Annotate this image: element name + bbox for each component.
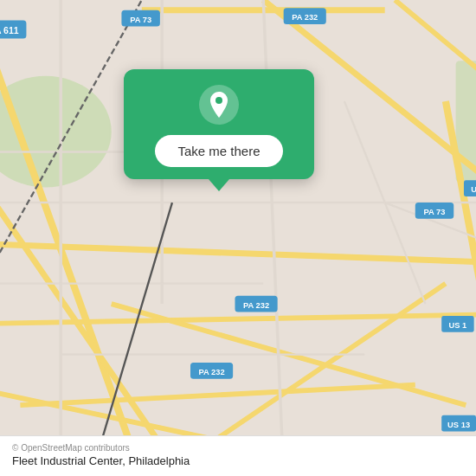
bottom-bar: © OpenStreetMap contributors Fleet Indus… [0,435,476,476]
svg-text:PA 232: PA 232 [198,368,224,376]
svg-text:PA 73: PA 73 [424,208,446,216]
svg-point-46 [215,97,222,104]
copyright-text: © OpenStreetMap contributors [12,443,464,453]
svg-text:PA 73: PA 73 [130,16,151,24]
location-icon-wrap [199,85,239,125]
svg-text:US 1: US 1 [471,185,476,194]
location-name: Fleet Industrial Center, Philadelphia [12,454,464,467]
location-pin-icon [207,90,231,119]
svg-text:US 13: US 13 [447,421,470,429]
map-container: PA 611 PA 73 PA 232 611 US 1 PA 73 PA 23… [0,0,476,476]
svg-text:US 1: US 1 [449,321,467,330]
svg-text:PA 232: PA 232 [243,301,269,310]
take-me-there-button[interactable]: Take me there [155,135,282,167]
popup-card: Take me there [124,69,314,179]
svg-text:PA 611: PA 611 [0,25,19,35]
svg-text:PA 232: PA 232 [292,13,318,22]
